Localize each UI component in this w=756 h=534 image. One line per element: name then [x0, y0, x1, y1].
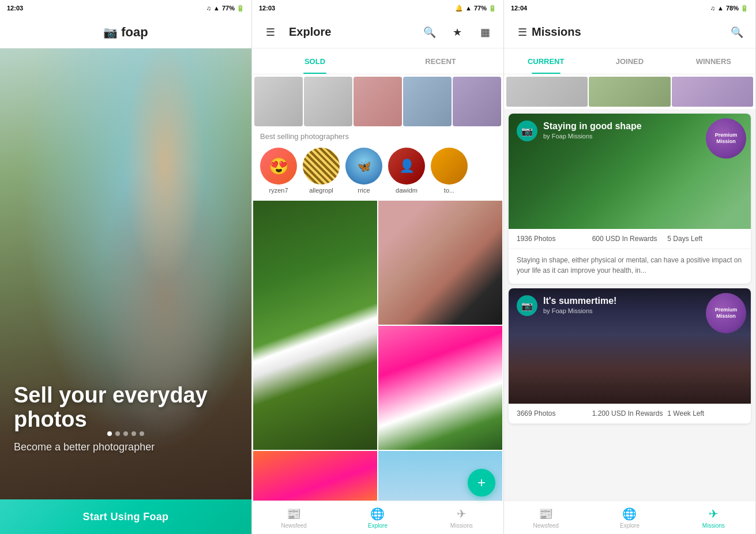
mission-days-1: 5 Days Left — [667, 235, 743, 243]
search-button[interactable]: 🔍 — [420, 23, 439, 42]
photographer-dawidm[interactable]: 👤 dawidm — [388, 148, 425, 194]
explore-icon-2: 🌐 — [370, 507, 385, 521]
notif-icon: 🔔 — [455, 5, 463, 12]
mission-image-strip — [504, 74, 755, 109]
tab-current[interactable]: CURRENT — [504, 48, 588, 74]
panel-home: 12:03 ♫ ▲ 77% 🔋 📷 foap Sell your everyda… — [0, 0, 252, 534]
explore-tabs: SOLD RECENT — [252, 48, 503, 74]
grid-photo-colorful-tall[interactable] — [253, 451, 377, 501]
tab-sold[interactable]: SOLD — [252, 48, 378, 74]
premium-badge-2: PremiumMission — [706, 293, 746, 333]
nav-explore-3[interactable]: 🌐 Explore — [588, 501, 671, 534]
grid-photo-flowers-tall[interactable] — [253, 201, 377, 450]
missions-icon-2: ✈ — [457, 507, 467, 521]
mission-rewards-2: 1.200 USD In Rewards — [592, 409, 668, 418]
photographer-partial[interactable]: to... — [431, 148, 468, 194]
mission-rewards-1: 600 USD In Rewards — [592, 235, 668, 243]
newsfeed-icon-2: 📰 — [287, 507, 301, 521]
photographer-allegropl[interactable]: allegropl — [303, 148, 340, 194]
nav-missions-3[interactable]: ✈ Missions — [672, 501, 755, 534]
newsfeed-icon-3: 📰 — [539, 507, 553, 521]
tab-current-label: CURRENT — [528, 57, 565, 66]
tab-winners[interactable]: WINNERS — [672, 48, 755, 74]
nav-missions-2[interactable]: ✈ Missions — [420, 501, 503, 534]
wifi-icon-3: ▲ — [717, 5, 724, 12]
avatar-dawidm: 👤 — [388, 148, 425, 185]
photographer-name-allegropl: allegropl — [309, 187, 333, 194]
carousel-dots — [107, 431, 144, 436]
missions-menu-button[interactable]: ☰ — [513, 23, 532, 42]
add-photo-button[interactable]: + — [468, 469, 495, 497]
nav-explore-2[interactable]: 🌐 Explore — [336, 501, 419, 534]
avatar-rrice: 🦋 — [345, 148, 382, 185]
mission-description-1: Staying in shape, either physical or men… — [509, 249, 751, 284]
logo-text: foap — [121, 25, 148, 40]
newsfeed-label-2: Newsfeed — [281, 522, 306, 529]
strip-photo-5 — [453, 77, 501, 126]
grid-photo-hand[interactable] — [378, 201, 502, 325]
hero-text-block: Sell your everyday photos Become a bette… — [0, 383, 251, 499]
mission-card-summer[interactable]: 📷 It's summertime! by Foap Missions Prem… — [509, 288, 751, 424]
missions-scroll-area[interactable]: 📷 Staying in good shape by Foap Missions… — [504, 74, 755, 501]
tab-recent[interactable]: RECENT — [378, 48, 503, 74]
photographer-ryzen7[interactable]: 😍 ryzen7 — [260, 148, 297, 194]
strip-photo-4 — [403, 77, 452, 126]
status-icons-3: ♫ ▲ 78% 🔋 — [710, 5, 749, 12]
foap-header: 📷 foap — [0, 16, 251, 48]
explore-icon-3: 🌐 — [622, 507, 637, 521]
avatar-allegropl — [303, 148, 340, 185]
status-time-2: 12:03 — [259, 5, 275, 12]
avatar-partial — [431, 148, 468, 185]
status-icons-2: 🔔 ▲ 77% 🔋 — [455, 5, 497, 12]
bird-avatar: 🦋 — [345, 148, 382, 185]
photographer-name-dawidm: dawidm — [396, 187, 418, 194]
status-icons-1: ♫ ▲ 77% 🔋 — [206, 5, 245, 12]
photographer-rrice[interactable]: 🦋 rrice — [345, 148, 382, 194]
photographer-name-rrice: rrice — [358, 187, 370, 194]
mission-days-2: 1 Week Left — [667, 409, 743, 418]
explore-label-2: Explore — [368, 522, 388, 529]
partial-avatar — [431, 148, 468, 185]
missions-label-3: Missions — [702, 522, 725, 529]
music-icon-3: ♫ — [710, 5, 715, 12]
status-time-3: 12:04 — [511, 5, 527, 12]
nav-newsfeed-2[interactable]: 📰 Newsfeed — [252, 501, 336, 534]
best-selling-label: Best selling photographers — [252, 126, 503, 144]
status-bar-1: 12:03 ♫ ▲ 77% 🔋 — [0, 0, 251, 16]
image-strip — [252, 74, 503, 126]
mission-camera-icon-1: 📷 — [517, 121, 537, 141]
mission-card-shape[interactable]: 📷 Staying in good shape by Foap Missions… — [509, 114, 751, 284]
menu-button[interactable]: ☰ — [261, 23, 280, 42]
explore-scroll-area[interactable]: Best selling photographers 😍 ryzen7 alle… — [252, 74, 503, 501]
tab-recent-label: RECENT — [425, 57, 456, 66]
mission-image-summer: 📷 It's summertime! by Foap Missions Prem… — [509, 288, 751, 404]
start-using-foap-button[interactable]: Start Using Foap — [0, 499, 251, 534]
tab-winners-label: WINNERS — [696, 57, 731, 66]
newsfeed-label-3: Newsfeed — [533, 522, 558, 529]
missions-app-header: ☰ Missions 🔍 — [504, 16, 755, 48]
explore-title: Explore — [289, 25, 411, 39]
nav-newsfeed-3[interactable]: 📰 Newsfeed — [504, 501, 588, 534]
battery-text: 77% 🔋 — [222, 5, 245, 12]
status-bar-2: 12:03 🔔 ▲ 77% 🔋 — [252, 0, 503, 16]
person-avatar: 👤 — [388, 148, 425, 185]
missions-search-button[interactable]: 🔍 — [728, 23, 746, 42]
tab-joined-label: JOINED — [616, 57, 644, 66]
missions-label-2: Missions — [450, 522, 473, 529]
grid-photo-pink-flower[interactable] — [378, 326, 502, 450]
battery-2: 77% 🔋 — [474, 5, 497, 12]
missions-title: Missions — [532, 25, 728, 39]
mission-stats-2: 3669 Photos 1.200 USD In Rewards 1 Week … — [509, 404, 751, 424]
explore-app-header: ☰ Explore 🔍 ★ ▦ — [252, 16, 503, 48]
mission-photos-1: 1936 Photos — [517, 235, 592, 243]
emoji-avatar: 😍 — [260, 148, 297, 185]
tab-joined[interactable]: JOINED — [588, 48, 671, 74]
star-button[interactable]: ★ — [448, 23, 467, 42]
explore-label-3: Explore — [620, 522, 640, 529]
missions-icon-3: ✈ — [709, 507, 719, 521]
ms-1 — [506, 77, 588, 107]
grid-button[interactable]: ▦ — [476, 23, 494, 42]
strip-photo-3 — [353, 77, 402, 126]
dot-3 — [123, 431, 128, 436]
bottom-nav-explore: 📰 Newsfeed 🌐 Explore ✈ Missions — [252, 501, 503, 534]
